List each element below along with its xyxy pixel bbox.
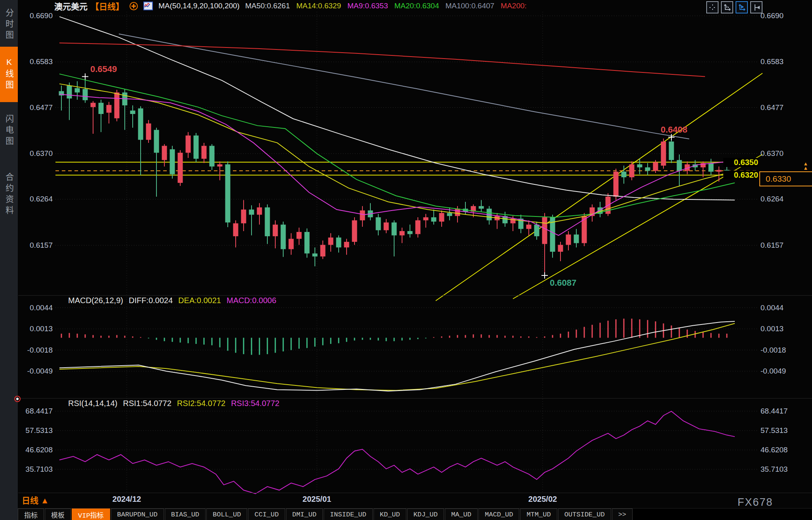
axis-label: -0.0049 (761, 367, 798, 376)
price-up-arrows-icon: ▲▲ (801, 161, 810, 170)
candle-body (281, 225, 286, 249)
sidebar-item-time-chart[interactable]: 分时图 (0, 3, 18, 47)
indicator-tab--[interactable]: 模板 (45, 509, 71, 520)
candle-body (138, 108, 143, 140)
indicator-tab-barupdn-ud[interactable]: BARUPDN_UD (111, 509, 164, 520)
chart-toolbar (706, 1, 762, 13)
ma-value-label: MA200: (501, 2, 526, 10)
candle-body (566, 235, 571, 245)
indicator-tab-cci-ud[interactable]: CCI_UD (248, 509, 285, 520)
axis-label: 0.0013 (18, 325, 53, 333)
axis-label: 0.6370 (761, 149, 798, 158)
candle-body (170, 149, 175, 174)
indicator-tab-ma-ud[interactable]: MA_UD (445, 509, 478, 520)
axis-label: 68.4417 (18, 407, 53, 416)
candle-body (574, 235, 579, 243)
candle-body (447, 213, 452, 216)
candle-body (661, 142, 666, 166)
chart-header: 澳元美元 【日线】 MA(50,14,9,20,100,200) MA50:0.… (54, 0, 527, 12)
indicator-tab--[interactable]: >> (612, 509, 633, 520)
ma-value-label: MA9:0.6353 (347, 2, 388, 10)
indicator-tab-outside-ud[interactable]: OUTSIDE_UD (558, 509, 611, 520)
indicator-tab-kd-ud[interactable]: KD_UD (374, 509, 406, 520)
candle-body (352, 220, 357, 242)
candle-body (107, 105, 112, 113)
add-indicator-icon[interactable] (130, 2, 138, 10)
sidebar-item-lightning-chart[interactable]: 闪电图 (0, 105, 18, 157)
panel-separator (18, 493, 812, 493)
candle-body (431, 217, 436, 222)
candle-body (273, 225, 278, 236)
candle-body (455, 209, 460, 216)
candle-body (289, 239, 294, 249)
ma-line-ma200 (59, 43, 705, 77)
candle-body (328, 237, 334, 245)
candle-body (178, 153, 183, 183)
month-label: 2024/12 (112, 495, 141, 504)
ma-value-label: MA100:0.6407 (445, 2, 494, 10)
ma-line-ma100 (119, 34, 689, 139)
axis-scale-icon[interactable] (721, 1, 733, 13)
axis-label: 0.0013 (761, 325, 798, 333)
candle-body (320, 245, 326, 256)
indicator-tab-dmi-ud[interactable]: DMI_UD (286, 509, 323, 520)
ma-line-ma20 (59, 74, 735, 217)
indicator-tab-inside-ud[interactable]: INSIDE_UD (324, 509, 373, 520)
indicator-tab--[interactable]: 指标 (18, 509, 44, 520)
current-price-badge: 0.6330 (759, 171, 812, 186)
indicator-tab-mtm-ud[interactable]: MTM_UD (520, 509, 557, 520)
indicator-tab-boll-ud[interactable]: BOLL_UD (206, 509, 247, 520)
candle-body (534, 225, 539, 236)
candle-body (313, 253, 318, 256)
candle-body (614, 172, 619, 197)
rsi-header: RSI(14,14,14)RSI1:54.0772RSI2:54.0772RSI… (68, 399, 285, 408)
candle-body (336, 237, 341, 247)
candle-body (629, 164, 635, 177)
candle-body (233, 223, 238, 236)
candle-body (408, 231, 413, 234)
candle-body (67, 85, 72, 99)
candle-body (241, 210, 246, 224)
trend-line (436, 73, 762, 301)
macd-diff-value: DIFF:0.0024 (129, 296, 173, 305)
watermark: FX678 (738, 496, 773, 509)
sidebar-item-kline-chart[interactable]: K线图 (0, 47, 18, 102)
candle-body (392, 222, 397, 235)
candle-body (653, 162, 658, 171)
symbol-title: 澳元美元 (54, 0, 88, 12)
ma-value-label: MA14:0.6329 (296, 2, 341, 10)
indicator-tab-bias-ud[interactable]: BIAS_UD (165, 509, 206, 520)
axis-label: 68.4417 (761, 407, 798, 416)
axis-play-icon[interactable] (736, 1, 748, 13)
candle-body (297, 232, 302, 239)
sidebar-item-contract-info[interactable]: 合约资料 (0, 159, 18, 230)
axis-label: 35.7103 (761, 465, 798, 474)
macd-header: MACD(26,12,9)DIFF:0.0024DEA:0.0021MACD:0… (68, 296, 282, 305)
candle-body (669, 142, 674, 160)
record-target-icon[interactable] (14, 396, 21, 402)
axis-label: -0.0018 (18, 346, 53, 355)
candle-body (210, 146, 215, 167)
period-selector[interactable]: 日线 ▲ (22, 494, 49, 506)
candle-body (376, 217, 381, 230)
indicator-tab-macd-ud[interactable]: MACD_UD (478, 509, 519, 520)
candle-body (479, 206, 484, 209)
axis-label: 0.6690 (18, 11, 53, 20)
spike-low-annotation: 0.6087 (550, 278, 576, 288)
candle-body (637, 164, 642, 167)
move-icon[interactable] (706, 1, 719, 13)
triangle-up-icon: ▲ (41, 496, 49, 505)
candle-body (186, 135, 191, 153)
indicator-tab-kdj-ud[interactable]: KDJ_UD (407, 509, 444, 520)
candle-body (91, 103, 96, 107)
indicator-tab-vip-[interactable]: VIP指标 (72, 509, 110, 520)
axis-label: -0.0018 (761, 346, 798, 355)
axis-label: 35.7103 (18, 465, 53, 474)
left-sidebar: 分时图 K线图 闪电图 合约资料 (0, 0, 18, 520)
axis-label: 57.5313 (18, 426, 53, 435)
chart-type-icon[interactable] (143, 2, 153, 10)
macd-diff-line (59, 321, 735, 391)
ma-value-label: MA50:0.6261 (245, 2, 290, 10)
recent-high-annotation: 0.6408 (661, 125, 687, 135)
candle-body (526, 225, 532, 229)
